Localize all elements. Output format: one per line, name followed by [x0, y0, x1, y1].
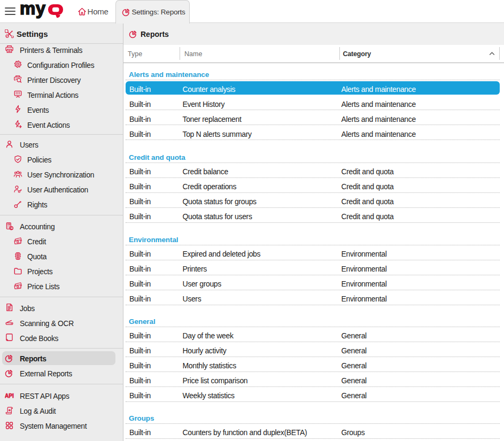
svg-text:API: API	[5, 392, 14, 398]
svg-text:my: my	[20, 4, 46, 18]
